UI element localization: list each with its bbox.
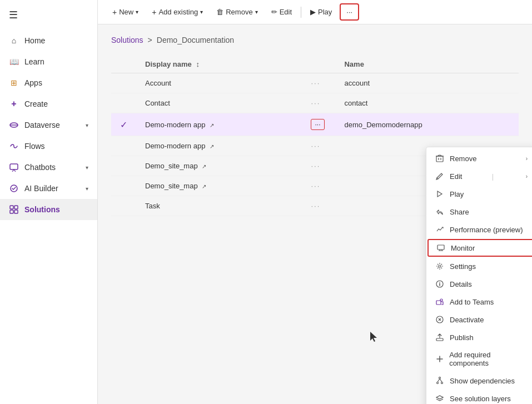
chevron-down-icon: ▾ [136, 9, 138, 15]
svg-rect-14 [436, 301, 441, 305]
svg-rect-7 [14, 210, 18, 213]
info-icon [435, 280, 444, 288]
sidebar-item-label: Solutions [24, 205, 88, 214]
learn-icon: 📖 [9, 57, 19, 67]
trash-icon: 🗑 [216, 8, 223, 16]
edit-button[interactable]: ✏ Edit [266, 4, 297, 19]
svg-point-11 [439, 265, 441, 267]
menu-item-add-required[interactable]: Add required components [426, 346, 532, 372]
hamburger-menu[interactable]: ☰ [0, 0, 97, 30]
svg-point-19 [437, 382, 439, 384]
chevron-down-icon: ▾ [255, 9, 258, 15]
row-actions: ··· [302, 156, 335, 176]
more-button[interactable]: ··· [340, 3, 359, 21]
row-display-name: Demo_site_map ↗ [136, 176, 302, 196]
external-link-icon[interactable]: ↗ [210, 122, 214, 128]
row-display-name: Demo-modern app ↗ [136, 136, 302, 156]
toolbar-separator [301, 7, 301, 18]
menu-label: Add to Teams [450, 298, 494, 306]
breadcrumb-separator: > [148, 36, 152, 44]
settings-icon [435, 262, 444, 271]
menu-item-deactivate[interactable]: Deactivate [426, 311, 532, 328]
play-button[interactable]: ▶ Play [305, 4, 337, 19]
col-display-name: Display name ↕ [136, 56, 302, 73]
svg-marker-9 [437, 191, 442, 197]
content-area: Solutions > Demo_Documentation Display n… [98, 24, 532, 404]
sidebar-item-chatbots[interactable]: Chatbots ▾ [0, 157, 97, 178]
breadcrumb: Solutions > Demo_Documentation [111, 36, 519, 44]
menu-item-play[interactable]: Play [426, 185, 532, 203]
chevron-right-icon: › [526, 156, 528, 162]
svg-point-20 [441, 382, 443, 384]
sidebar-item-learn[interactable]: 📖 Learn [0, 51, 97, 72]
row-display-name: Demo_site_map ↗ [136, 156, 302, 176]
main-content: + New ▾ + Add existing ▾ 🗑 Remove ▾ ✏ Ed… [98, 0, 532, 404]
row-check [111, 73, 136, 93]
teams-icon [435, 297, 444, 306]
menu-item-details[interactable]: Details [426, 275, 532, 293]
add-existing-button[interactable]: + Add existing ▾ [146, 4, 208, 20]
edit-label: Edit [280, 8, 292, 16]
external-link-icon[interactable]: ↗ [210, 143, 214, 149]
svg-rect-5 [14, 206, 18, 209]
menu-label: Edit [450, 172, 462, 181]
menu-item-edit[interactable]: Edit | › [426, 167, 532, 185]
row-display-name: Demo-modern app ↗ [136, 113, 302, 136]
row-more-button[interactable]: ··· [311, 119, 324, 130]
sort-icon[interactable]: ↕ [196, 60, 200, 68]
row-actions: ··· [302, 93, 335, 113]
aibuilder-icon [9, 183, 19, 193]
sidebar-item-home[interactable]: ⌂ Home [0, 30, 97, 51]
menu-item-publish[interactable]: Publish [426, 328, 532, 346]
row-check: ✓ [111, 113, 136, 136]
row-display-name: Contact [136, 93, 302, 113]
solutions-icon [9, 205, 19, 215]
sidebar-item-create[interactable]: + Create [0, 93, 97, 114]
breadcrumb-root[interactable]: Solutions [111, 36, 143, 44]
remove-button[interactable]: 🗑 Remove ▾ [211, 4, 263, 19]
trash-icon [435, 154, 444, 163]
col-actions [302, 56, 335, 73]
external-link-icon[interactable]: ↗ [202, 183, 206, 189]
menu-label: Share [450, 208, 469, 216]
svg-point-18 [439, 377, 441, 379]
menu-item-monitor[interactable]: Monitor [427, 239, 532, 257]
menu-item-settings[interactable]: Settings [426, 257, 532, 275]
external-link-icon[interactable]: ↗ [202, 163, 206, 169]
sidebar-item-aibuilder[interactable]: AI Builder ▾ [0, 178, 97, 199]
sidebar-item-label: Apps [24, 78, 88, 87]
row-actions: ··· [302, 196, 335, 216]
row-check [111, 136, 136, 156]
create-icon: + [9, 99, 19, 109]
menu-item-show-dependencies[interactable]: Show dependencies [426, 372, 532, 390]
menu-label: Deactivate [450, 316, 484, 324]
menu-item-see-solution-layers[interactable]: See solution layers [426, 390, 532, 404]
layers-icon [435, 394, 444, 403]
svg-rect-4 [10, 206, 13, 209]
new-label: New [119, 8, 133, 16]
sidebar-item-dataverse[interactable]: Dataverse ▾ [0, 114, 97, 136]
sidebar-item-solutions[interactable]: Solutions [0, 199, 97, 220]
edit-icon [435, 172, 444, 181]
svg-point-15 [440, 299, 442, 301]
menu-item-add-to-teams[interactable]: Add to Teams [426, 293, 532, 311]
svg-rect-2 [10, 164, 18, 169]
check-icon: ✓ [120, 120, 127, 129]
sidebar-item-label: Chatbots [24, 163, 80, 172]
flows-icon [9, 141, 19, 151]
svg-rect-8 [436, 156, 443, 162]
sidebar-item-apps[interactable]: ⊞ Apps [0, 72, 97, 93]
sidebar: ☰ ⌂ Home 📖 Learn ⊞ Apps + Create Dataver… [0, 0, 98, 404]
play-icon [435, 189, 444, 198]
row-actions[interactable]: ··· [302, 113, 335, 136]
menu-item-share[interactable]: Share [426, 203, 532, 221]
cursor [370, 332, 379, 343]
row-check [111, 93, 136, 113]
edit-icon: ✏ [271, 8, 277, 16]
new-button[interactable]: + New ▾ [107, 4, 144, 20]
menu-item-performance[interactable]: Performance (preview) [426, 221, 532, 238]
sidebar-item-flows[interactable]: Flows [0, 136, 97, 157]
plus-icon: + [152, 8, 156, 17]
menu-item-remove[interactable]: Remove › [426, 149, 532, 167]
chevron-down-icon: ▾ [86, 164, 88, 171]
